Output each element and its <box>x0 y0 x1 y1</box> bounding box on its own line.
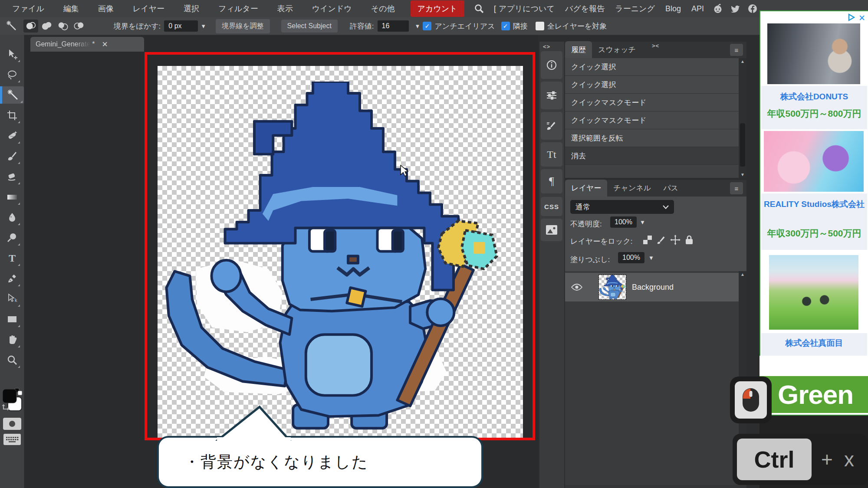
opacity-value[interactable]: 100% <box>610 216 637 228</box>
account-button[interactable]: アカウント <box>411 0 464 17</box>
all-layers-checkbox[interactable] <box>536 22 544 30</box>
dodge-tool[interactable] <box>3 229 21 246</box>
image-panel-button[interactable] <box>541 219 562 241</box>
document-tab[interactable]: Gemini_Generate * ✕ <box>30 37 144 52</box>
menu-window[interactable]: ウインドウ <box>308 3 356 14</box>
tab-channels[interactable]: チャンネル <box>607 180 657 197</box>
adjustments-panel-button[interactable] <box>541 82 562 109</box>
rectangle-tool[interactable] <box>3 311 21 328</box>
menu-learning[interactable]: ラーニング <box>615 3 655 14</box>
close-tab-icon[interactable]: ✕ <box>102 40 108 49</box>
selection-mode-add[interactable] <box>39 20 54 33</box>
menu-layer[interactable]: レイヤー <box>128 3 169 14</box>
contiguous-checkbox[interactable]: ✓ <box>501 22 510 30</box>
brush-tool[interactable] <box>3 147 21 165</box>
path-select-tool[interactable]: k <box>3 290 21 308</box>
ad-image-park[interactable] <box>769 255 858 330</box>
ad-company-3[interactable]: 株式会社真面目 <box>760 337 868 349</box>
facebook-icon[interactable] <box>747 3 758 14</box>
layer-visibility-eye-icon[interactable] <box>571 283 582 291</box>
feather-value[interactable]: 0 px <box>164 20 198 32</box>
lock-position-icon[interactable] <box>670 235 681 245</box>
tab-layers[interactable]: レイヤー <box>565 180 607 197</box>
scroll-up-icon[interactable]: ▲ <box>739 272 746 277</box>
antialias-checkbox[interactable]: ✓ <box>423 22 431 30</box>
lasso-tool[interactable] <box>3 66 21 83</box>
selection-mode-new[interactable] <box>23 20 38 33</box>
scroll-up-icon[interactable]: ▲ <box>739 59 746 64</box>
ad-close-icon[interactable]: ✕ <box>858 13 865 23</box>
fill-dropdown-arrow[interactable]: ▼ <box>648 255 654 261</box>
selection-mode-subtract[interactable] <box>56 20 70 33</box>
tolerance-dropdown-arrow[interactable]: ▼ <box>415 23 421 29</box>
history-step-quick-select-2[interactable]: クイック選択 <box>565 76 739 94</box>
blend-mode-select[interactable]: 通常 <box>570 200 674 214</box>
history-panel-menu-icon[interactable]: ≡ <box>730 44 743 56</box>
selection-mode-intersect[interactable] <box>72 20 86 33</box>
adchoices-icon[interactable] <box>847 13 856 22</box>
layer-row-background[interactable]: Background <box>565 273 739 301</box>
lock-pixels-icon[interactable] <box>656 235 667 245</box>
ad-image-anime[interactable] <box>764 131 864 192</box>
pixel-cat-artwork[interactable] <box>161 82 500 433</box>
tab-history[interactable]: 履歴 <box>565 41 592 58</box>
paragraph-panel-button[interactable]: ¶ <box>541 169 562 193</box>
lock-transparency-icon[interactable] <box>642 235 653 245</box>
reddit-icon[interactable] <box>713 3 723 14</box>
fill-value[interactable]: 100% <box>618 252 644 263</box>
menu-select[interactable]: 選択 <box>179 3 204 14</box>
lock-all-icon[interactable] <box>684 235 694 245</box>
blur-tool[interactable] <box>3 209 21 226</box>
feather-dropdown-arrow[interactable]: ▼ <box>201 23 206 29</box>
menu-file[interactable]: ファイル <box>8 3 49 14</box>
search-icon[interactable] <box>474 3 484 14</box>
magic-wand-tool[interactable] <box>0 86 24 104</box>
spot-heal-tool[interactable] <box>3 127 21 144</box>
gradient-tool[interactable] <box>3 188 21 206</box>
refine-edge-button[interactable]: 境界線を調整 <box>216 19 270 33</box>
menu-more[interactable]: その他 <box>367 3 399 14</box>
pen-tool[interactable] <box>3 270 21 287</box>
opacity-dropdown-arrow[interactable]: ▼ <box>640 219 645 226</box>
color-swatches[interactable] <box>2 387 23 414</box>
move-tool[interactable] <box>3 46 21 63</box>
layer-thumbnail[interactable] <box>599 275 626 299</box>
tolerance-value[interactable]: 16 <box>378 20 409 32</box>
history-step-quick-mask-1[interactable]: クイックマスクモード <box>565 94 739 111</box>
menu-report-bug[interactable]: バグを報告 <box>565 3 605 14</box>
type-tool[interactable]: T <box>3 249 21 267</box>
history-step-erase[interactable]: 消去 <box>565 147 739 165</box>
history-step-quick-select-1[interactable]: クイック選択 <box>565 58 739 76</box>
keyboard-button[interactable] <box>3 434 21 445</box>
menu-edit[interactable]: 編集 <box>59 3 83 14</box>
select-subject-button[interactable]: Select Subject <box>281 20 338 33</box>
brush-panel-button[interactable] <box>541 112 562 140</box>
tab-swatches[interactable]: スウォッチ <box>592 41 642 58</box>
zoom-tool[interactable] <box>3 351 21 369</box>
collapse-panel-icon[interactable]: >< <box>652 43 659 49</box>
menu-image[interactable]: 画像 <box>94 3 118 14</box>
collapse-strip-icon[interactable]: <> <box>543 43 550 50</box>
tab-paths[interactable]: パス <box>657 180 684 197</box>
history-step-invert-selection[interactable]: 選択範囲を反転 <box>565 129 739 147</box>
ad-image-office[interactable] <box>767 23 860 84</box>
history-scrollbar[interactable]: ▲ ▼ <box>739 58 746 178</box>
css-panel-button[interactable]: CSS <box>541 197 562 216</box>
menu-blog[interactable]: Blog <box>665 4 681 13</box>
ad-company-2[interactable]: REALITY Studios株式会社 <box>760 199 868 210</box>
menu-api[interactable]: API <box>691 4 704 13</box>
eraser-tool[interactable] <box>3 168 21 185</box>
twitter-icon[interactable] <box>730 3 740 14</box>
info-panel-button[interactable] <box>541 51 562 79</box>
menu-view[interactable]: 表示 <box>273 3 297 14</box>
hand-tool[interactable] <box>3 331 21 348</box>
character-panel-button[interactable]: Tt <box>541 142 562 167</box>
history-step-quick-mask-2[interactable]: クイックマスクモード <box>565 111 739 129</box>
ad-company-1[interactable]: 株式会社DONUTS <box>760 91 868 102</box>
crop-tool[interactable] <box>3 107 21 124</box>
menu-about-app[interactable]: アプリについて <box>499 3 555 14</box>
menu-filter[interactable]: フィルター <box>214 3 263 14</box>
layers-panel-menu-icon[interactable]: ≡ <box>730 182 743 194</box>
scroll-down-icon[interactable]: ▼ <box>739 172 746 177</box>
quick-mask-button[interactable] <box>3 418 21 430</box>
